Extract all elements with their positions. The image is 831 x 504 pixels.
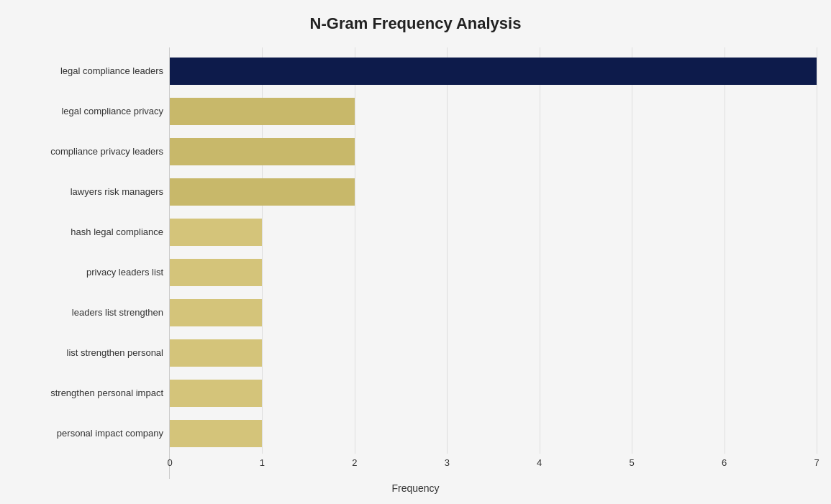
x-tick: 0 (167, 457, 172, 468)
bar-3 (170, 178, 355, 206)
chart-container: N-Gram Frequency Analysis legal complian… (0, 0, 831, 504)
bar-row (170, 375, 817, 412)
chart-area: legal compliance leaderslegal compliance… (14, 47, 817, 479)
x-tick: 4 (537, 457, 542, 468)
y-axis-label: legal compliance leaders (60, 52, 163, 90)
x-tick: 5 (630, 457, 635, 468)
bar-row (170, 415, 817, 452)
bar-row (170, 52, 817, 90)
bars-area (170, 51, 817, 454)
x-tick: 1 (260, 457, 265, 468)
bar-row (170, 133, 817, 170)
bar-7 (170, 339, 262, 367)
y-axis-label: legal compliance privacy (61, 93, 163, 130)
plot-area: 01234567 (169, 47, 817, 479)
bar-5 (170, 259, 262, 286)
y-axis-label: hash legal compliance (71, 214, 163, 251)
bar-9 (170, 420, 262, 447)
bar-row (170, 173, 817, 211)
x-axis: 01234567 (170, 454, 817, 479)
y-axis-label: personal impact company (57, 415, 163, 452)
grid-line (817, 47, 817, 454)
bar-1 (170, 98, 355, 125)
bar-4 (170, 219, 262, 246)
bar-row (170, 334, 817, 372)
y-axis-label: strengthen personal impact (50, 375, 163, 412)
bar-row (170, 254, 817, 291)
bar-row (170, 93, 817, 130)
y-axis-label: list strengthen personal (67, 334, 163, 372)
x-tick: 2 (352, 457, 357, 468)
y-axis-label: lawyers risk managers (71, 173, 163, 211)
y-axis-labels: legal compliance leaderslegal compliance… (14, 47, 169, 479)
bar-6 (170, 299, 262, 326)
bar-row (170, 214, 817, 251)
x-tick: 3 (445, 457, 450, 468)
y-axis-label: leaders list strengthen (72, 294, 163, 331)
bar-2 (170, 138, 355, 165)
chart-title: N-Gram Frequency Analysis (14, 14, 817, 33)
x-axis-label: Frequency (14, 482, 817, 494)
bar-row (170, 294, 817, 331)
y-axis-label: privacy leaders list (86, 254, 163, 291)
bar-8 (170, 380, 262, 407)
x-tick: 6 (722, 457, 727, 468)
x-tick: 7 (814, 457, 819, 468)
bar-0 (170, 58, 817, 85)
y-axis-label: compliance privacy leaders (50, 133, 163, 170)
